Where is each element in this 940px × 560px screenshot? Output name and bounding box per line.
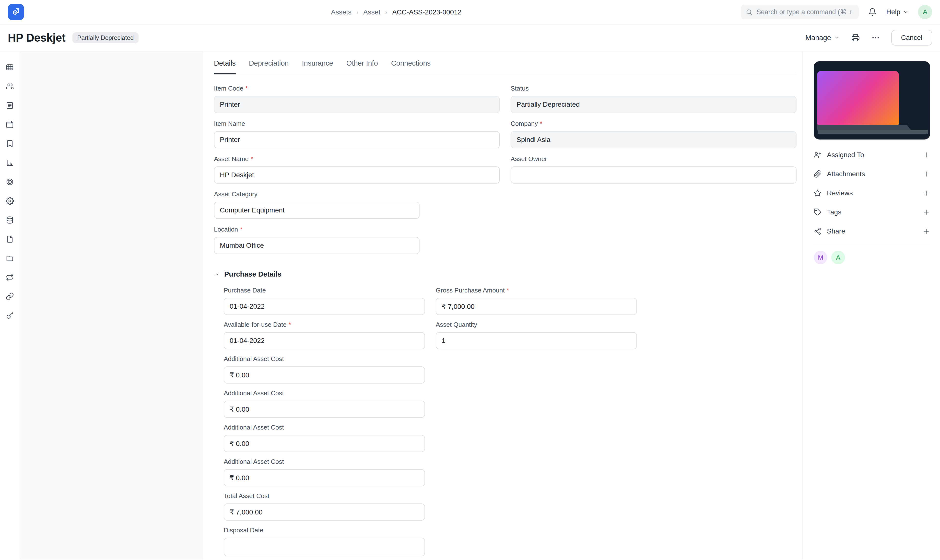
repeat-icon[interactable] — [6, 273, 14, 282]
field-asset-category: Asset Category — [214, 191, 500, 219]
laptop-screen-gradient — [817, 71, 899, 125]
purchase-date-input[interactable] — [224, 298, 425, 315]
field-label: Additional Asset Cost — [224, 355, 284, 363]
asset-category-input[interactable] — [214, 202, 420, 219]
database-icon[interactable] — [6, 216, 14, 224]
tab-other-info[interactable]: Other Info — [346, 59, 378, 74]
field-additional-asset-cost-3: Additional Asset Cost — [224, 424, 425, 452]
purchase-details-grid: Purchase Date Gross Purchase Amount* Ava… — [224, 287, 797, 560]
key-icon[interactable] — [6, 311, 14, 320]
location-input[interactable] — [214, 237, 420, 254]
field-label: Location — [214, 226, 238, 233]
bookmark-icon[interactable] — [6, 140, 14, 148]
search-icon — [746, 9, 752, 15]
avatar-m: M — [814, 251, 828, 264]
add-assignment-button[interactable] — [922, 151, 930, 159]
tab-insurance[interactable]: Insurance — [302, 59, 333, 74]
target-icon[interactable] — [6, 178, 14, 186]
disposal-date-input[interactable] — [224, 538, 425, 556]
laptop-deck — [817, 125, 911, 130]
bar-chart-icon[interactable] — [6, 158, 14, 167]
more-menu-button[interactable] — [871, 33, 880, 42]
page-actions: Manage Cancel — [805, 30, 932, 46]
field-item-name: Item Name — [214, 120, 500, 148]
file-text-icon[interactable] — [6, 102, 14, 110]
additional-asset-cost-1-input[interactable] — [224, 366, 425, 383]
manage-button[interactable]: Manage — [805, 34, 840, 42]
breadcrumb-link-assets[interactable]: Assets — [331, 8, 352, 16]
required-asterisk: * — [540, 120, 542, 127]
link-icon[interactable] — [6, 292, 14, 300]
required-asterisk: * — [251, 155, 253, 163]
asset-owner-input[interactable] — [511, 166, 797, 183]
purchase-details-section-toggle[interactable]: Purchase Details — [214, 270, 797, 278]
field-additional-asset-cost-1: Additional Asset Cost — [224, 355, 425, 383]
share-icon — [814, 228, 822, 235]
file-icon[interactable] — [6, 235, 14, 243]
users-icon[interactable] — [6, 82, 14, 91]
field-label: Total Asset Cost — [224, 492, 269, 500]
tab-depreciation[interactable]: Depreciation — [249, 59, 289, 74]
add-review-button[interactable] — [922, 189, 930, 197]
additional-asset-cost-3-input[interactable] — [224, 435, 425, 452]
app-logo[interactable] — [8, 4, 24, 20]
tab-details[interactable]: Details — [214, 59, 236, 74]
share-row[interactable]: Share — [814, 222, 930, 241]
add-share-button[interactable] — [922, 228, 930, 235]
field-total-asset-cost: Total Asset Cost — [224, 492, 425, 521]
print-button[interactable] — [851, 33, 860, 42]
field-label: Gross Purchase Amount — [436, 287, 505, 294]
additional-asset-cost-2-input[interactable] — [224, 401, 425, 418]
item-name-input[interactable] — [214, 131, 500, 148]
field-asset-quantity: Asset Quantity — [436, 321, 637, 349]
available-for-use-date-input[interactable] — [224, 332, 425, 349]
gear-icon[interactable] — [6, 197, 14, 205]
printer-icon — [851, 33, 860, 42]
help-label: Help — [886, 8, 900, 16]
global-search[interactable] — [741, 5, 859, 19]
breadcrumb-link-asset[interactable]: Asset — [363, 8, 380, 16]
asset-quantity-input[interactable] — [436, 332, 637, 349]
item-code-input[interactable] — [214, 96, 500, 113]
additional-asset-cost-4-input[interactable] — [224, 469, 425, 486]
form-grid: Item Code* Status Item Name Company* Ass… — [214, 74, 797, 261]
reviews-row[interactable]: Reviews — [814, 183, 930, 203]
ellipsis-icon — [871, 33, 880, 42]
attachments-row[interactable]: Attachments — [814, 165, 930, 183]
asset-name-input[interactable] — [214, 166, 500, 183]
assigned-to-row[interactable]: Assigned To — [814, 145, 930, 165]
field-status: Status — [511, 85, 797, 113]
tags-row[interactable]: Tags — [814, 203, 930, 222]
field-label: Item Code — [214, 85, 243, 92]
tab-bar: Details Depreciation Insurance Other Inf… — [214, 51, 797, 74]
status-input[interactable] — [511, 96, 797, 113]
grid-icon[interactable] — [6, 63, 14, 71]
content: Details Depreciation Insurance Other Inf… — [0, 51, 940, 560]
folder-icon[interactable] — [6, 254, 14, 262]
user-plus-icon — [814, 151, 822, 159]
add-attachment-button[interactable] — [922, 170, 930, 178]
gross-purchase-amount-input[interactable] — [436, 298, 637, 315]
field-asset-owner: Asset Owner — [511, 155, 797, 183]
required-asterisk: * — [507, 287, 509, 294]
cancel-button[interactable]: Cancel — [891, 30, 932, 46]
field-purchase-date: Purchase Date — [224, 287, 425, 315]
company-input[interactable] — [511, 131, 797, 148]
divider — [814, 244, 930, 244]
side-menu: Assigned To Attachments Reviews Tags — [814, 145, 930, 241]
tab-connections[interactable]: Connections — [391, 59, 431, 74]
help-menu[interactable]: Help — [886, 8, 909, 16]
field-item-code: Item Code* — [214, 85, 500, 113]
main-form-area: Details Depreciation Insurance Other Inf… — [203, 51, 802, 560]
calendar-icon[interactable] — [6, 120, 14, 129]
tags-label: Tags — [827, 208, 842, 216]
required-asterisk: * — [240, 226, 242, 233]
search-input[interactable] — [756, 8, 854, 16]
user-avatar[interactable]: A — [918, 5, 932, 19]
total-asset-cost-input[interactable] — [224, 503, 425, 521]
add-tag-button[interactable] — [922, 208, 930, 216]
notifications-button[interactable] — [868, 8, 877, 16]
field-location: Location* — [214, 226, 500, 254]
assigned-to-label: Assigned To — [827, 151, 864, 159]
bell-icon — [868, 8, 877, 16]
